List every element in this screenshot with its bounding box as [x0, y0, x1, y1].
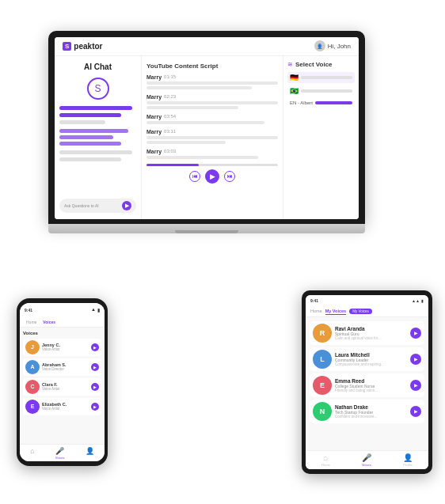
tablet-voice-item[interactable]: E Emma Reed College Student Nurse Friend…	[310, 373, 424, 397]
phone-section-title: Voices	[23, 331, 101, 335]
phone-nav-home-btn[interactable]: ⌂	[30, 447, 34, 459]
select-voice-title: Select Voice	[295, 61, 333, 68]
mic-icon: 🎤	[362, 453, 371, 462]
tablet-status-bar: 9:41 ▲▲ ▮	[306, 295, 428, 306]
logo-icon: S	[63, 42, 71, 51]
my-voices-tag: My Voices	[349, 309, 372, 314]
select-voice-panel: ≋ Select Voice 🇩🇪 🇧🇷	[283, 56, 359, 219]
phone-voice-item[interactable]: C Clara F. Voice Artist ▶	[23, 378, 101, 396]
row-line	[146, 81, 278, 85]
tablet-voice-item[interactable]: R Ravi Aranda Spiritual Guru Calm and sp…	[310, 321, 424, 345]
tablet-play-button[interactable]: ▶	[410, 328, 421, 339]
flag-line	[315, 101, 352, 104]
chat-line	[59, 120, 105, 124]
wifi-icon: ▲	[91, 307, 96, 313]
phone-avatar: C	[25, 380, 40, 394]
script-row: Marry01:15	[146, 74, 278, 89]
tablet-voice-item[interactable]: L Laura Mitchell Community Leader Compas…	[310, 347, 424, 371]
flag-label: EN - Albert	[290, 100, 313, 105]
tablet-nav: Home My Voices My Voices	[306, 306, 428, 317]
phone-voice-item[interactable]: A Abraham S. Voice Director ▶	[23, 358, 101, 376]
tablet-nav-profile-btn[interactable]: 👤 Profile	[403, 453, 413, 467]
flag-line	[301, 89, 352, 93]
mic-icon: 🎤	[55, 447, 64, 455]
chat-bubble	[59, 129, 128, 133]
tablet-avatar: E	[313, 376, 332, 395]
tablet-play-button[interactable]: ▶	[410, 406, 421, 417]
phone-nav-profile-btn[interactable]: 👤	[86, 447, 94, 459]
script-panel: YouTube Content Script Marry01:15 Marry0…	[142, 56, 283, 219]
voices-label: Voices	[55, 456, 65, 460]
tablet-play-button[interactable]: ▶	[410, 380, 421, 391]
voice-flag-row[interactable]: 🇩🇪	[287, 72, 355, 83]
voices-label: Voices	[362, 463, 371, 467]
phone-voice-role: Voice Artist	[42, 347, 89, 351]
phone-nav-home[interactable]: Home	[25, 319, 38, 325]
tablet-nav-voices-btn[interactable]: 🎤 Voices	[362, 453, 371, 467]
row-line	[146, 121, 264, 124]
row-name: Marry	[146, 114, 162, 119]
chat-line	[59, 157, 121, 161]
tablet-voice-desc: Calm and spiritual voice for...	[335, 336, 407, 340]
tablet-play-button[interactable]: ▶	[410, 354, 421, 365]
phone-play-button[interactable]: ▶	[91, 403, 99, 411]
flag-icon: 🇧🇷	[290, 87, 299, 95]
tablet-nav-voices[interactable]: My Voices	[325, 308, 347, 315]
voice-flag-row[interactable]: 🇧🇷	[287, 85, 355, 97]
tablet-voice-info: Ravi Aranda Spiritual Guru Calm and spir…	[335, 326, 407, 340]
phone-time: 9:41	[25, 308, 32, 313]
tablet-voice-name: Emma Reed	[335, 378, 407, 384]
tablet-nav-home[interactable]: Home	[310, 308, 322, 314]
row-name: Marry	[146, 149, 162, 154]
phone-nav-voices-btn[interactable]: 🎤 Voices	[55, 447, 65, 459]
tablet-bottom-nav: ⌂ Home 🎤 Voices 👤 Profile	[306, 450, 428, 469]
chat-line	[59, 106, 132, 110]
prev-button[interactable]: ⏮	[189, 171, 200, 182]
profile-icon: 👤	[86, 447, 94, 455]
row-time: 03:03	[164, 149, 176, 153]
ai-chat-title: AI Chat	[59, 63, 136, 71]
chat-line	[59, 113, 121, 117]
phone-device: 9:41 ▲ ▮ Home Voices Voices J Jenny C.	[17, 298, 108, 466]
play-button[interactable]: ▶	[205, 169, 219, 184]
tablet-voice-info: Laura Mitchell Community Leader Compassi…	[335, 352, 407, 366]
row-line	[146, 141, 226, 144]
logo: S peaktor	[63, 42, 102, 51]
home-icon: ⌂	[30, 447, 34, 455]
tablet-voice-item[interactable]: N Nathan Drake Tech Startup Founder Conf…	[310, 400, 424, 423]
voice-flag-row[interactable]: EN - Albert	[287, 99, 355, 107]
phone-play-button[interactable]: ▶	[91, 383, 99, 391]
tablet-voice-desc: Compassionate and inspiring...	[335, 362, 407, 366]
ask-ai-label: Ask Questions to AI	[64, 203, 99, 208]
send-button[interactable]: ▶	[122, 201, 131, 210]
phone-voice-item[interactable]: E Elizabeth C. Voice Artist ▶	[23, 398, 101, 415]
row-time: 03:54	[164, 114, 176, 119]
row-time: 02:23	[164, 94, 176, 99]
progress-bar[interactable]	[146, 164, 278, 166]
row-line	[146, 101, 278, 104]
phone-status-bar: 9:41 ▲ ▮	[20, 303, 105, 317]
tablet-voice-desc: Friendly and caring voice...	[335, 388, 407, 392]
phone-voice-role: Voice Artist	[42, 387, 89, 391]
tablet-voice-list: R Ravi Aranda Spiritual Guru Calm and sp…	[306, 317, 428, 427]
profile-label: Profile	[403, 463, 412, 467]
logo-text: peaktor	[74, 42, 102, 51]
ask-ai-bar[interactable]: Ask Questions to AI ▶	[59, 199, 136, 213]
voice-flag-options: 🇩🇪 🇧🇷 EN - Albert	[287, 72, 355, 107]
phone-play-button[interactable]: ▶	[91, 363, 99, 371]
tablet-time: 9:41	[310, 298, 318, 303]
battery-icon: ▮	[97, 307, 100, 313]
tablet-status-icons: ▲▲ ▮	[412, 298, 424, 303]
phone-nav-voices[interactable]: Voices	[41, 319, 57, 325]
tablet-voice-name: Laura Mitchell	[335, 352, 407, 358]
tablet-device: 9:41 ▲▲ ▮ Home My Voices My Voices R R	[302, 290, 432, 474]
audio-controls: ⏮ ▶ ⏭	[146, 164, 278, 184]
flag-icon: 🇩🇪	[290, 74, 299, 81]
phone-voice-role: Voice Artist	[42, 407, 89, 411]
phone-play-button[interactable]: ▶	[91, 343, 99, 351]
phone-voice-item[interactable]: J Jenny C. Voice Artist ▶	[23, 339, 101, 356]
next-button[interactable]: ⏭	[224, 171, 235, 182]
tablet-nav-home-btn[interactable]: ⌂ Home	[321, 453, 330, 467]
row-line	[146, 156, 258, 159]
waveform-icon: ≋	[287, 61, 293, 68]
